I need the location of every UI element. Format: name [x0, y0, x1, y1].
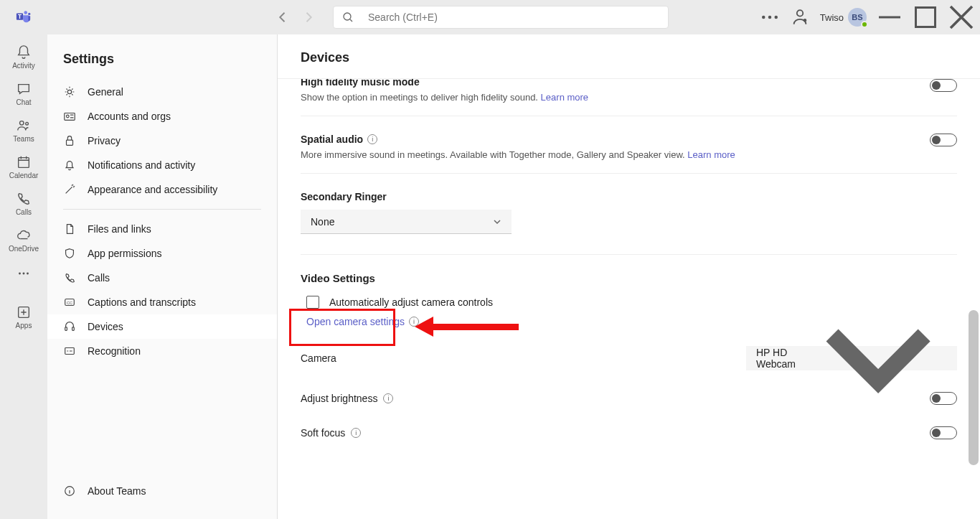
- svg-point-8: [797, 10, 803, 16]
- svg-rect-13: [19, 158, 29, 168]
- section-secondary-ringer: Secondary Ringer None: [301, 191, 957, 255]
- app-rail: Activity Chat Teams Calendar Calls OneDr…: [0, 34, 47, 519]
- svg-rect-25: [72, 327, 75, 331]
- phone-icon: [63, 271, 76, 284]
- auto-adjust-checkbox[interactable]: [306, 296, 319, 309]
- settings-title: Settings: [47, 34, 277, 80]
- rail-onedrive[interactable]: OneDrive: [0, 223, 47, 260]
- info-icon: [63, 485, 76, 497]
- svg-text:T: T: [18, 14, 22, 20]
- page-title: Devices: [301, 50, 957, 65]
- brightness-label: Adjust brightness i: [301, 393, 393, 404]
- user-profile[interactable]: Twiso BS: [820, 8, 867, 27]
- close-button[interactable]: [948, 7, 974, 27]
- sidebar-item-about[interactable]: About Teams: [63, 479, 261, 503]
- soft-focus-label: Soft focus i: [301, 427, 361, 439]
- hf-title: High fidelity music mode: [301, 79, 588, 88]
- section-video-settings: Video Settings Automatically adjust came…: [301, 272, 957, 452]
- more-options-button[interactable]: [760, 7, 780, 27]
- svg-point-20: [67, 115, 70, 118]
- svg-point-5: [762, 16, 765, 19]
- rail-chat[interactable]: Chat: [0, 77, 47, 113]
- svg-point-2: [24, 11, 27, 14]
- rail-activity[interactable]: Activity: [0, 40, 47, 77]
- people-icon[interactable]: [790, 7, 810, 27]
- svg-rect-24: [65, 327, 67, 331]
- sidebar-item-appearance[interactable]: Appearance and accessibility: [47, 177, 277, 202]
- bell-icon: [16, 45, 32, 60]
- chevron-down-icon: [809, 289, 947, 427]
- sidebar-item-recognition[interactable]: Recognition: [47, 339, 277, 363]
- svg-point-18: [67, 90, 71, 93]
- scrollbar-thumb[interactable]: [969, 310, 979, 465]
- video-settings-title: Video Settings: [301, 272, 957, 284]
- search-icon: [342, 11, 354, 23]
- svg-text:CC: CC: [67, 301, 72, 305]
- minimize-button[interactable]: [877, 7, 903, 27]
- headset-icon: [63, 320, 76, 333]
- phone-icon: [16, 191, 32, 207]
- soft-focus-toggle[interactable]: [930, 426, 957, 439]
- hf-learn-more-link[interactable]: Learn more: [541, 92, 588, 103]
- shield-icon: [63, 247, 76, 260]
- sidebar-item-calls[interactable]: Calls: [47, 266, 277, 290]
- sidebar-item-devices[interactable]: Devices: [47, 314, 277, 339]
- rail-teams[interactable]: Teams: [0, 113, 47, 150]
- chat-icon: [16, 81, 32, 97]
- svg-point-3: [28, 13, 30, 15]
- calendar-icon: [16, 154, 32, 170]
- nav-back-button[interactable]: [275, 10, 290, 24]
- sidebar-item-general[interactable]: General: [47, 80, 277, 104]
- svg-point-11: [20, 121, 24, 126]
- ringer-select[interactable]: None: [301, 210, 512, 234]
- title-bar: T Twiso BS: [0, 0, 980, 34]
- svg-point-12: [26, 122, 29, 125]
- maximize-button[interactable]: [913, 7, 938, 27]
- sidebar-item-privacy[interactable]: Privacy: [47, 128, 277, 153]
- presence-available-icon: [861, 21, 868, 28]
- lock-icon: [63, 134, 76, 147]
- spatial-toggle[interactable]: [930, 134, 957, 146]
- open-camera-settings-link[interactable]: Open camera settings: [306, 316, 405, 327]
- brightness-toggle[interactable]: [930, 392, 957, 405]
- spatial-learn-more-link[interactable]: Learn more: [687, 149, 735, 160]
- info-icon[interactable]: i: [351, 428, 361, 438]
- rail-more[interactable]: [0, 261, 47, 289]
- sidebar-item-captions[interactable]: CCCaptions and transcripts: [47, 290, 277, 314]
- teams-logo-icon: T: [0, 9, 47, 25]
- user-name-label: Twiso: [820, 12, 844, 23]
- search-input[interactable]: [368, 11, 659, 23]
- rail-calendar[interactable]: Calendar: [0, 150, 47, 187]
- section-high-fidelity: High fidelity music mode Show the option…: [301, 79, 957, 116]
- sidebar-item-accounts[interactable]: Accounts and orgs: [47, 104, 277, 128]
- rail-apps[interactable]: Apps: [0, 300, 47, 337]
- recognition-icon: [63, 345, 76, 357]
- svg-point-14: [19, 273, 21, 275]
- camera-select[interactable]: HP HD Webcam: [746, 346, 957, 370]
- auto-adjust-label: Automatically adjust camera controls: [329, 296, 493, 308]
- rail-calls[interactable]: Calls: [0, 187, 47, 223]
- ellipsis-icon: [16, 266, 32, 281]
- sidebar-item-permissions[interactable]: App permissions: [47, 241, 277, 266]
- bell-icon: [63, 159, 76, 172]
- info-icon[interactable]: i: [383, 393, 393, 403]
- info-icon[interactable]: i: [409, 317, 419, 327]
- settings-sidebar: Settings General Accounts and orgs Priva…: [47, 34, 278, 519]
- info-icon[interactable]: i: [367, 134, 377, 144]
- camera-label: Camera: [301, 352, 336, 364]
- hf-toggle[interactable]: [930, 79, 957, 92]
- nav-forward-button[interactable]: [301, 10, 316, 24]
- gear-icon: [63, 85, 76, 98]
- svg-point-15: [23, 273, 25, 275]
- svg-point-7: [774, 16, 778, 19]
- wand-icon: [63, 183, 76, 196]
- divider: [63, 209, 261, 210]
- ringer-title: Secondary Ringer: [301, 191, 957, 202]
- svg-rect-10: [916, 8, 936, 27]
- search-box[interactable]: [333, 6, 669, 29]
- sidebar-item-files[interactable]: Files and links: [47, 217, 277, 241]
- sidebar-item-notifications[interactable]: Notifications and activity: [47, 153, 277, 177]
- avatar: BS: [848, 8, 867, 27]
- svg-rect-21: [67, 140, 73, 145]
- cc-icon: CC: [63, 296, 76, 309]
